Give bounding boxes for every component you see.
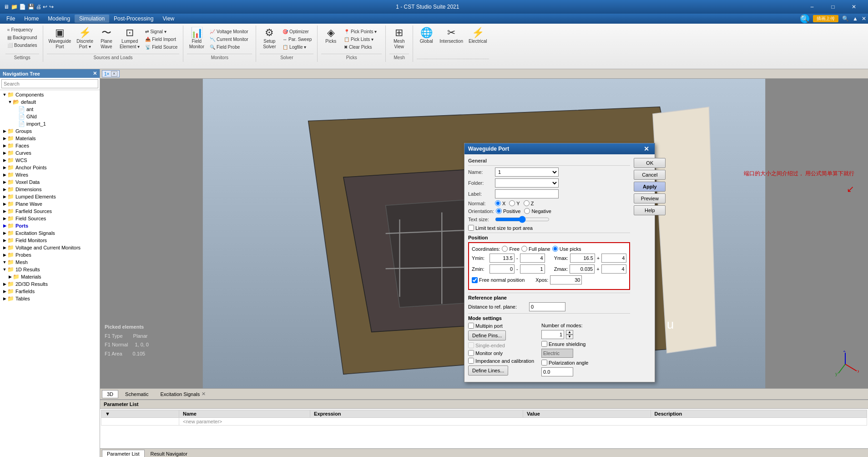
- zmax-value-input[interactable]: [570, 264, 595, 274]
- tree-item-1d-results[interactable]: ▼ 📁 1D Results: [0, 266, 100, 273]
- define-pins-btn[interactable]: Define Pins...: [468, 330, 506, 340]
- dialog-close-icon[interactable]: ✕: [642, 145, 651, 152]
- multipin-checkbox[interactable]: [468, 323, 474, 329]
- help-btn[interactable]: Help: [634, 205, 666, 215]
- impedance-label[interactable]: Impedance and calibration: [468, 358, 534, 364]
- tree-item-dimensions[interactable]: ▶ 📁 Dimensions: [0, 186, 100, 193]
- tree-item-field-monitors[interactable]: ▶ 📁 Field Monitors: [0, 237, 100, 244]
- tab-close-icon[interactable]: ✕: [111, 71, 117, 76]
- coord-fullplane-radio[interactable]: Full plane: [521, 246, 550, 252]
- coord-free-radio[interactable]: Free: [502, 246, 520, 252]
- menu-home[interactable]: Home: [20, 15, 43, 23]
- tree-item-materials[interactable]: ▶ 📁 Materials: [0, 135, 100, 142]
- num-modes-down-btn[interactable]: ▼: [566, 335, 573, 339]
- tree-item-import1[interactable]: 📄 import_1: [0, 120, 100, 127]
- tree-item-plane-wave[interactable]: ▶ 📁 Plane Wave: [0, 200, 100, 208]
- tree-item-mesh[interactable]: ▼ 📁 Mesh: [0, 259, 100, 266]
- normal-x-radio[interactable]: X: [495, 200, 505, 206]
- ribbon-btn-picks[interactable]: ◈ Picks: [321, 26, 340, 46]
- tree-item-gnd[interactable]: 📄 GNd: [0, 113, 100, 120]
- normal-y-radio[interactable]: Y: [509, 200, 520, 206]
- ymax-offset-input[interactable]: [601, 254, 626, 263]
- tree-item-groups[interactable]: ▶ 📁 Groups: [0, 127, 100, 135]
- preview-btn[interactable]: Preview: [634, 193, 666, 203]
- orientation-negative-radio[interactable]: Negative: [524, 208, 551, 214]
- multipin-checkbox-label[interactable]: Multipin port: [468, 323, 503, 329]
- ribbon-btn-pick-points[interactable]: 📍 Pick Points ▾: [342, 28, 378, 35]
- polarization-label[interactable]: Polarization angle: [541, 360, 588, 366]
- text-size-slider[interactable]: [495, 216, 550, 223]
- ribbon-btn-boundaries[interactable]: ⬜ Boundaries: [5, 42, 39, 49]
- orientation-positive-radio[interactable]: Positive: [496, 208, 521, 214]
- ribbon-btn-field-import[interactable]: 📥 Field Import: [143, 36, 179, 43]
- polarization-value-input[interactable]: [541, 367, 573, 376]
- ymin-offset-input[interactable]: [520, 254, 545, 263]
- name-select[interactable]: 1: [495, 168, 559, 177]
- ensure-shielding-label[interactable]: Ensure shielding: [541, 341, 585, 347]
- menu-simulation[interactable]: Simulation: [75, 15, 109, 23]
- ribbon-btn-waveguide-port[interactable]: ▣ WaveguidePort: [47, 26, 73, 51]
- ok-btn[interactable]: OK: [634, 158, 666, 168]
- tree-item-tables[interactable]: ▶ 📁 Tables: [0, 295, 100, 302]
- toolbar-settings[interactable]: ▲: [853, 15, 858, 22]
- maximize-btn[interactable]: □: [823, 0, 843, 14]
- nav-search-input[interactable]: [1, 79, 98, 88]
- menu-modeling[interactable]: Modeling: [43, 15, 75, 23]
- ribbon-btn-frequency[interactable]: ≈ Frequency: [5, 26, 39, 33]
- tab-excitation-signals[interactable]: Excitation Signals ✕: [155, 390, 211, 398]
- tree-item-anchor-points[interactable]: ▶ 📁 Anchor Points: [0, 164, 100, 171]
- num-modes-up-btn[interactable]: ▲: [566, 330, 573, 335]
- zmax-offset-input[interactable]: [601, 264, 626, 274]
- tree-item-farfields[interactable]: ▶ 📁 Farfields: [0, 288, 100, 295]
- zmin-offset-input[interactable]: [520, 264, 545, 274]
- tree-item-materials-sub[interactable]: ▶ 📁 Materials: [0, 273, 100, 280]
- ymin-value-input[interactable]: [490, 254, 515, 263]
- ribbon-btn-field-monitor[interactable]: 📊 FieldMonitor: [187, 26, 206, 51]
- ribbon-btn-mesh-view[interactable]: ⊞ MeshView: [389, 26, 409, 51]
- free-normal-checkbox-label[interactable]: Free normal position: [472, 277, 525, 283]
- tree-item-voltage-current-monitors[interactable]: ▶ 📁 Voltage and Current Monitors: [0, 244, 100, 251]
- ribbon-btn-background[interactable]: ▤ Background: [5, 34, 39, 41]
- tree-item-components[interactable]: ▼ 📁 Components: [0, 91, 100, 98]
- toolbar-close[interactable]: ✕: [862, 15, 866, 22]
- ribbon-btn-setup-solver[interactable]: ⚙ SetupSolver: [260, 26, 279, 51]
- limit-text-checkbox[interactable]: [468, 225, 474, 231]
- cancel-btn[interactable]: Cancel: [634, 170, 666, 180]
- num-modes-input[interactable]: [541, 330, 564, 339]
- apply-btn[interactable]: Apply: [634, 182, 666, 192]
- ribbon-btn-logfile[interactable]: 📋 Logfile ▾: [281, 44, 313, 51]
- tree-item-excitation-signals[interactable]: ▶ 📁 Excitation Signals: [0, 229, 100, 237]
- nav-tree-close-icon[interactable]: ✕: [93, 71, 97, 76]
- upload-btn[interactable]: 插画上传: [813, 15, 838, 22]
- tree-item-faces[interactable]: ▶ 📁 Faces: [0, 142, 100, 149]
- ribbon-btn-par-sweep[interactable]: ↔ Par. Sweep: [281, 36, 313, 43]
- ribbon-btn-optimizer[interactable]: 🎯 Optimizer: [281, 28, 313, 35]
- ribbon-btn-discrete-port[interactable]: ⚡ DiscretePort ▾: [75, 26, 95, 51]
- tree-item-lumped-elements[interactable]: ▶ 📁 Lumped Elements: [0, 193, 100, 200]
- ribbon-btn-electrical[interactable]: ⚡ Electrical: [467, 26, 489, 46]
- tab-schematic[interactable]: Schematic: [120, 390, 153, 398]
- ribbon-btn-intersection[interactable]: ✂ Intersection: [438, 26, 465, 46]
- tree-item-field-sources[interactable]: ▶ 📁 Field Sources: [0, 215, 100, 222]
- tree-item-curves[interactable]: ▶ 📁 Curves: [0, 149, 100, 157]
- result-tab-result-navigator[interactable]: Result Navigator: [146, 450, 192, 457]
- excitation-tab-close-icon[interactable]: ✕: [202, 391, 206, 397]
- tree-item-ports[interactable]: ▶ 📁 Ports: [0, 222, 100, 229]
- tree-item-2d3d-results[interactable]: ▶ 📁 2D/3D Results: [0, 280, 100, 288]
- coord-usepicks-radio[interactable]: Use picks: [552, 246, 581, 252]
- tree-item-wires[interactable]: ▶ 📁 Wires: [0, 171, 100, 178]
- ribbon-btn-field-source[interactable]: 📡 Field Source: [143, 44, 179, 51]
- ribbon-btn-signal[interactable]: ⇄ Signal ▾: [143, 28, 179, 35]
- tree-item-voxel-data[interactable]: ▶ 📁 Voxel Data: [0, 178, 100, 186]
- limit-text-checkbox-label[interactable]: Limit text size to port area: [468, 225, 533, 231]
- xpos-input[interactable]: [550, 275, 582, 284]
- menu-post-processing[interactable]: Post-Processing: [109, 15, 158, 23]
- minimize-btn[interactable]: –: [802, 0, 823, 14]
- ribbon-btn-plane-wave[interactable]: 〜 PlaneWave: [97, 26, 116, 51]
- zmin-value-input[interactable]: [490, 264, 515, 274]
- folder-select[interactable]: [495, 178, 559, 188]
- polarization-checkbox[interactable]: [541, 360, 547, 366]
- tree-item-wcs[interactable]: ▶ 📁 WCS: [0, 157, 100, 164]
- menu-file[interactable]: File: [2, 15, 20, 23]
- normal-z-radio[interactable]: Z: [524, 200, 534, 206]
